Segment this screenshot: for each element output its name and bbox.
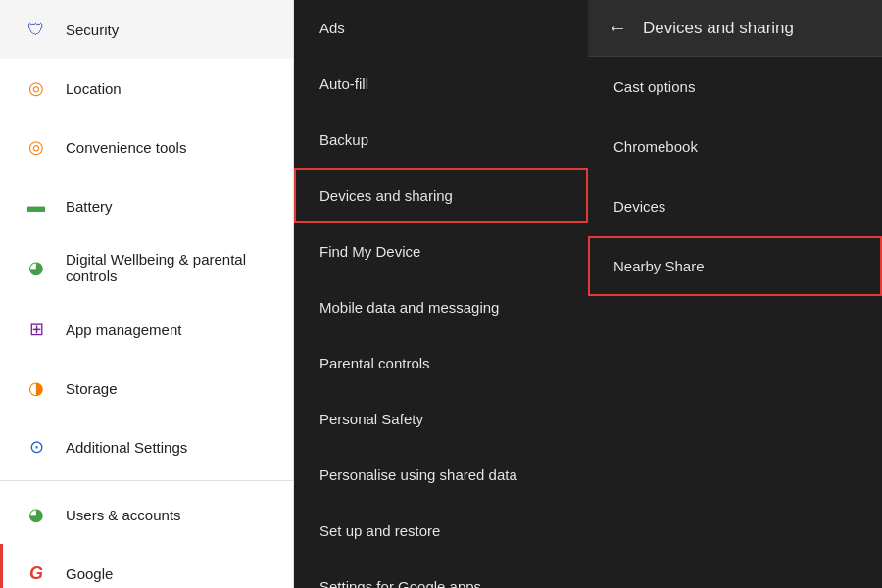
additional-icon: ⊙: [23, 433, 50, 461]
left-settings-panel: 🛡Security◎Location◎Convenience tools▬Bat…: [0, 0, 294, 588]
right-item-label-devices: Devices: [613, 198, 665, 215]
middle-item-set-up-restore[interactable]: Set up and restore: [294, 503, 588, 559]
middle-item-label-personal-safety: Personal Safety: [319, 411, 423, 427]
left-item-label-app-management: App management: [66, 321, 181, 338]
middle-item-mobile-data[interactable]: Mobile data and messaging: [294, 279, 588, 335]
left-item-app-management[interactable]: ⊞App management: [0, 300, 293, 359]
security-icon: 🛡: [23, 16, 50, 43]
battery-icon: ▬: [23, 192, 50, 220]
left-item-users[interactable]: ◕Users & accounts: [0, 485, 293, 544]
right-item-label-nearby-share: Nearby Share: [613, 258, 705, 274]
left-item-label-convenience: Convenience tools: [66, 139, 186, 156]
back-arrow-icon[interactable]: ←: [608, 17, 627, 39]
convenience-icon: ◎: [23, 133, 50, 161]
middle-item-ads[interactable]: Ads: [294, 0, 588, 56]
left-item-label-additional: Additional Settings: [66, 439, 187, 456]
left-item-label-google: Google: [66, 565, 113, 582]
left-item-label-battery: Battery: [66, 198, 113, 215]
right-item-nearby-share[interactable]: Nearby Share: [588, 236, 882, 296]
right-item-label-cast-options: Cast options: [613, 78, 695, 95]
middle-item-label-ads: Ads: [319, 20, 345, 36]
left-item-security[interactable]: 🛡Security: [0, 0, 293, 59]
right-item-cast-options[interactable]: Cast options: [588, 57, 882, 117]
users-icon: ◕: [23, 501, 50, 528]
app-management-icon: ⊞: [23, 316, 50, 343]
right-panel-header: ← Devices and sharing: [588, 0, 882, 57]
middle-item-personal-safety[interactable]: Personal Safety: [294, 391, 588, 447]
left-item-storage[interactable]: ◑Storage: [0, 359, 293, 417]
middle-item-label-devices-sharing: Devices and sharing: [319, 187, 453, 204]
middle-item-label-mobile-data: Mobile data and messaging: [319, 299, 499, 316]
wellbeing-icon: ◕: [23, 254, 50, 281]
divider-8: [0, 480, 293, 481]
google-icon: G: [23, 560, 50, 587]
middle-item-settings-google-apps[interactable]: Settings for Google apps: [294, 559, 588, 588]
left-item-convenience[interactable]: ◎Convenience tools: [0, 118, 293, 176]
left-item-label-location: Location: [66, 80, 122, 97]
storage-icon: ◑: [23, 374, 50, 402]
left-item-battery[interactable]: ▬Battery: [0, 176, 293, 235]
middle-item-backup[interactable]: Backup: [294, 112, 588, 168]
middle-google-panel: AdsAuto-fillBackupDevices and sharingFin…: [294, 0, 588, 588]
right-item-chromebook[interactable]: Chromebook: [588, 117, 882, 176]
middle-item-parental-controls[interactable]: Parental controls: [294, 335, 588, 391]
middle-item-label-backup: Backup: [319, 131, 368, 148]
right-item-label-chromebook: Chromebook: [613, 138, 698, 155]
right-panel-title: Devices and sharing: [643, 19, 794, 38]
middle-item-label-find-my-device: Find My Device: [319, 243, 420, 260]
middle-item-autofill[interactable]: Auto-fill: [294, 56, 588, 112]
left-item-google[interactable]: GGoogle: [0, 544, 293, 588]
middle-item-label-personalise: Personalise using shared data: [319, 466, 517, 483]
middle-item-personalise[interactable]: Personalise using shared data: [294, 447, 588, 503]
middle-item-label-set-up-restore: Set up and restore: [319, 522, 440, 539]
left-item-label-security: Security: [66, 22, 119, 38]
left-item-wellbeing[interactable]: ◕Digital Wellbeing & parental controls: [0, 235, 293, 300]
left-item-label-users: Users & accounts: [66, 507, 181, 523]
right-item-devices[interactable]: Devices: [588, 176, 882, 236]
location-icon: ◎: [23, 74, 50, 102]
middle-item-label-settings-google-apps: Settings for Google apps: [319, 578, 481, 588]
left-item-label-storage: Storage: [66, 380, 118, 397]
left-item-additional[interactable]: ⊙Additional Settings: [0, 417, 293, 476]
left-item-label-wellbeing: Digital Wellbeing & parental controls: [66, 251, 273, 284]
middle-item-find-my-device[interactable]: Find My Device: [294, 223, 588, 279]
left-item-location[interactable]: ◎Location: [0, 59, 293, 118]
middle-item-devices-sharing[interactable]: Devices and sharing: [294, 168, 588, 223]
right-devices-panel: ← Devices and sharing Cast optionsChrome…: [588, 0, 882, 588]
middle-item-label-parental-controls: Parental controls: [319, 355, 430, 371]
middle-item-label-autofill: Auto-fill: [319, 75, 368, 92]
